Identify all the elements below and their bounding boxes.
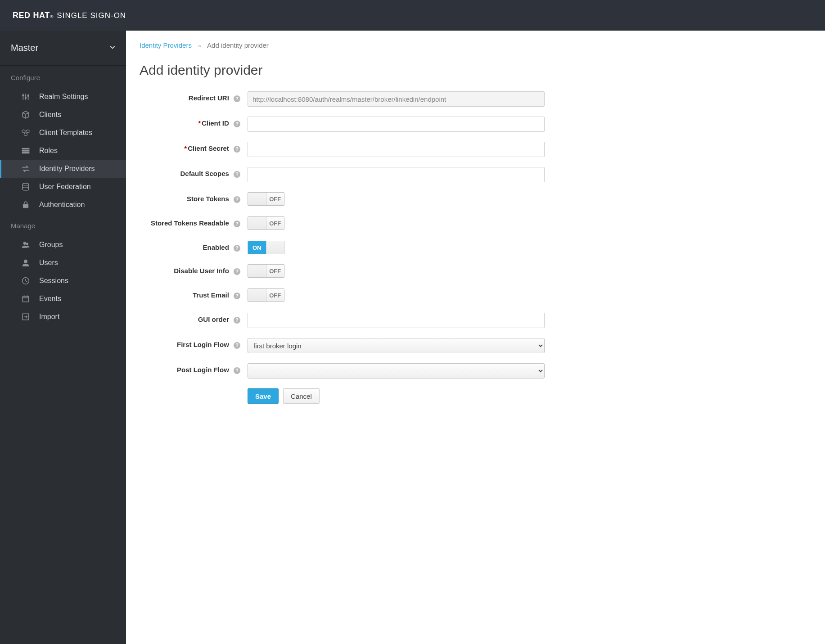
- help-icon[interactable]: ?: [234, 268, 240, 275]
- sidebar-item-user-federation[interactable]: User Federation: [0, 178, 126, 196]
- svg-rect-7: [23, 204, 28, 208]
- svg-point-0: [23, 95, 24, 96]
- help-icon[interactable]: ?: [234, 171, 240, 178]
- page-title: Add identity provider: [140, 63, 811, 78]
- sidebar-item-label: Users: [39, 259, 58, 267]
- import-icon: [20, 313, 31, 321]
- realm-name: Master: [11, 43, 38, 53]
- enabled-toggle[interactable]: ON: [248, 241, 284, 254]
- label-client-id: *Client ID ?: [140, 117, 248, 127]
- breadcrumb-separator: »: [198, 43, 201, 49]
- breadcrumb-current: Add identity provider: [207, 41, 269, 49]
- cubes-icon: [20, 129, 31, 137]
- help-icon[interactable]: ?: [234, 146, 240, 153]
- top-header: RED HAT ® SINGLE SIGN-ON: [0, 0, 825, 31]
- brand-reg: ®: [50, 14, 54, 19]
- brand-hat: HAT: [33, 11, 50, 20]
- help-icon[interactable]: ?: [234, 121, 240, 127]
- sidebar-item-label: Roles: [39, 147, 58, 155]
- svg-point-8: [23, 242, 26, 244]
- sidebar: Master Configure Realm Settings Clients …: [0, 31, 126, 644]
- sidebar-item-groups[interactable]: Groups: [0, 236, 126, 254]
- label-redirect-uri: Redirect URI ?: [140, 91, 248, 102]
- help-icon[interactable]: ?: [234, 367, 240, 374]
- label-stored-tokens-readable: Stored Tokens Readable ?: [140, 216, 248, 227]
- brand-logo: RED HAT ® SINGLE SIGN-ON: [13, 11, 126, 20]
- section-configure-label: Configure: [0, 66, 126, 88]
- cube-icon: [20, 111, 31, 119]
- sidebar-item-sessions[interactable]: Sessions: [0, 272, 126, 290]
- svg-point-10: [24, 260, 27, 263]
- help-icon[interactable]: ?: [234, 221, 240, 227]
- sidebar-item-label: Identity Providers: [39, 165, 95, 173]
- user-icon: [20, 259, 31, 267]
- sidebar-item-realm-settings[interactable]: Realm Settings: [0, 88, 126, 106]
- svg-point-2: [27, 95, 29, 96]
- svg-rect-3: [22, 148, 29, 149]
- store-tokens-toggle[interactable]: OFF: [248, 192, 284, 206]
- sidebar-item-events[interactable]: Events: [0, 290, 126, 308]
- default-scopes-field[interactable]: [248, 167, 545, 182]
- gui-order-field[interactable]: [248, 313, 545, 328]
- post-login-flow-select[interactable]: [248, 363, 545, 378]
- first-login-flow-select[interactable]: first broker login: [248, 338, 545, 353]
- help-icon[interactable]: ?: [234, 245, 240, 252]
- save-button[interactable]: Save: [248, 388, 279, 404]
- sidebar-item-label: Events: [39, 295, 61, 303]
- group-icon: [20, 241, 31, 249]
- trust-email-toggle[interactable]: OFF: [248, 288, 284, 302]
- chevron-down-icon: [110, 45, 115, 51]
- help-icon[interactable]: ?: [234, 196, 240, 203]
- realm-selector[interactable]: Master: [0, 31, 126, 66]
- sidebar-item-label: Client Templates: [39, 129, 92, 137]
- sidebar-item-label: Sessions: [39, 277, 68, 285]
- section-manage-label: Manage: [0, 214, 126, 236]
- label-disable-user-info: Disable User Info ?: [140, 264, 248, 275]
- sidebar-item-label: Realm Settings: [39, 93, 88, 101]
- redirect-uri-field[interactable]: [248, 91, 545, 107]
- sidebar-item-import[interactable]: Import: [0, 308, 126, 326]
- main-content: Identity Providers » Add identity provid…: [126, 31, 825, 644]
- disable-user-info-toggle[interactable]: OFF: [248, 264, 284, 278]
- brand-red: RED: [13, 11, 31, 20]
- breadcrumb: Identity Providers » Add identity provid…: [140, 41, 811, 49]
- sidebar-item-label: Groups: [39, 241, 63, 249]
- stored-tokens-readable-toggle[interactable]: OFF: [248, 216, 284, 230]
- label-first-login-flow: First Login Flow ?: [140, 338, 248, 349]
- sidebar-item-label: User Federation: [39, 183, 91, 191]
- label-store-tokens: Store Tokens ?: [140, 192, 248, 203]
- sidebar-item-client-templates[interactable]: Client Templates: [0, 124, 126, 142]
- svg-rect-12: [23, 296, 29, 302]
- cancel-button[interactable]: Cancel: [283, 388, 320, 404]
- sliders-icon: [20, 93, 31, 101]
- client-secret-field[interactable]: [248, 142, 545, 157]
- sidebar-item-users[interactable]: Users: [0, 254, 126, 272]
- label-gui-order: GUI order ?: [140, 313, 248, 324]
- label-default-scopes: Default Scopes ?: [140, 167, 248, 178]
- help-icon[interactable]: ?: [234, 293, 240, 299]
- svg-point-6: [23, 183, 29, 185]
- exchange-icon: [20, 165, 31, 173]
- svg-rect-4: [22, 150, 29, 151]
- sidebar-item-identity-providers[interactable]: Identity Providers: [0, 160, 126, 178]
- help-icon[interactable]: ?: [234, 342, 240, 349]
- sidebar-item-roles[interactable]: Roles: [0, 142, 126, 160]
- help-icon[interactable]: ?: [234, 317, 240, 324]
- client-id-field[interactable]: [248, 117, 545, 132]
- sidebar-item-authentication[interactable]: Authentication: [0, 196, 126, 214]
- breadcrumb-parent-link[interactable]: Identity Providers: [140, 41, 192, 49]
- sidebar-item-label: Authentication: [39, 201, 85, 209]
- label-client-secret: *Client Secret ?: [140, 142, 248, 153]
- calendar-icon: [20, 295, 31, 303]
- help-icon[interactable]: ?: [234, 95, 240, 102]
- lock-icon: [20, 201, 31, 209]
- clock-icon: [20, 277, 31, 285]
- label-trust-email: Trust Email ?: [140, 288, 248, 299]
- brand-subtitle: SINGLE SIGN-ON: [57, 11, 126, 20]
- sidebar-item-label: Import: [39, 313, 59, 321]
- sidebar-item-clients[interactable]: Clients: [0, 106, 126, 124]
- database-icon: [20, 183, 31, 191]
- label-enabled: Enabled ?: [140, 241, 248, 252]
- list-icon: [20, 147, 31, 155]
- svg-point-9: [26, 243, 28, 245]
